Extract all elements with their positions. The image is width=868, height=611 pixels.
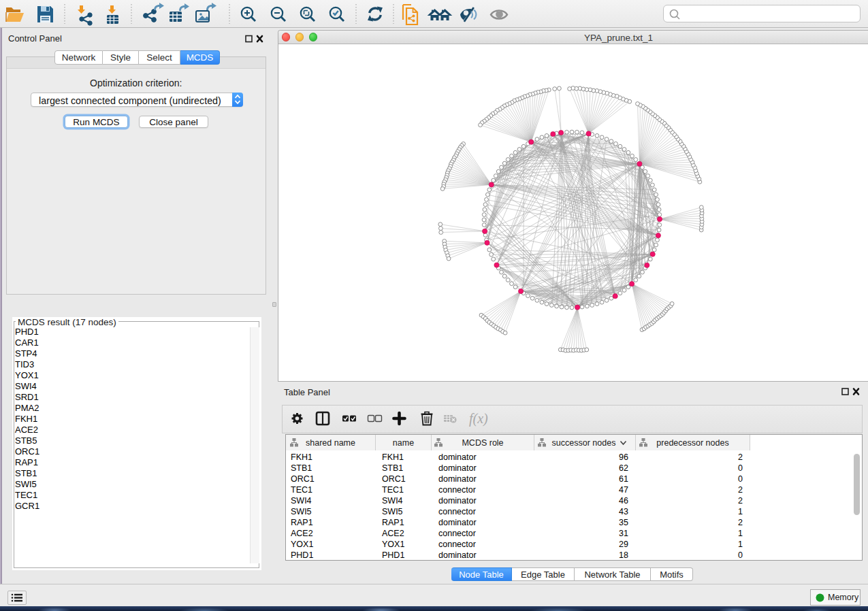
svg-text:f(x): f(x) xyxy=(469,411,488,427)
